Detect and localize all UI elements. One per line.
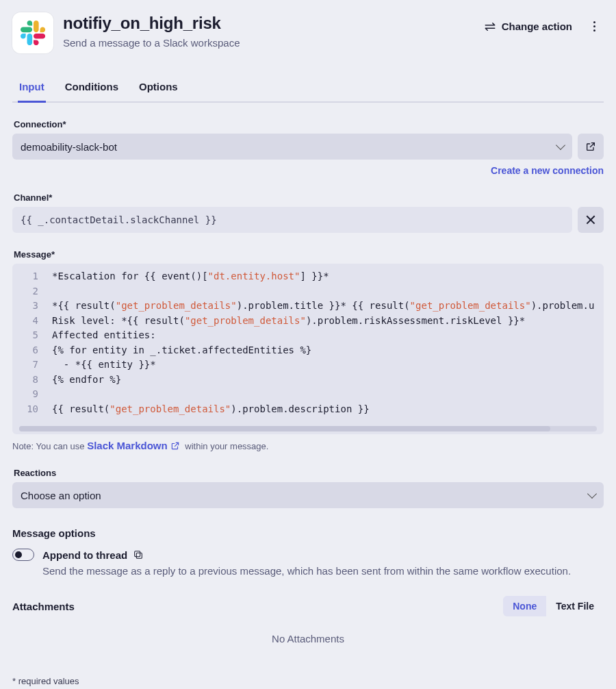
chevron-down-icon — [556, 140, 565, 150]
attachment-textfile-button[interactable]: Text File — [546, 596, 604, 616]
message-options-heading: Message options — [12, 527, 604, 539]
chevron-down-icon — [587, 489, 597, 499]
reactions-select[interactable]: Choose an option — [12, 482, 604, 508]
external-link-icon — [170, 441, 180, 451]
external-link-icon — [585, 141, 596, 152]
connection-select[interactable]: demoability-slack-bot — [12, 134, 572, 160]
message-label: Message* — [14, 249, 604, 260]
clear-channel-button[interactable] — [578, 207, 604, 233]
required-note: * required values — [12, 676, 604, 686]
channel-value: {{ _.contactDetail.slackChannel }} — [21, 214, 217, 225]
reactions-label: Reactions — [14, 468, 604, 478]
attachments-heading: Attachments — [12, 601, 503, 612]
more-menu-button[interactable] — [585, 17, 604, 36]
swap-icon — [484, 22, 496, 32]
editor-gutter: 12345678910 — [12, 264, 45, 422]
create-connection-link[interactable]: Create a new connection — [491, 165, 604, 176]
no-attachments-text: No Attachments — [12, 633, 604, 644]
change-action-label: Change action — [502, 21, 572, 32]
change-action-button[interactable]: Change action — [478, 16, 578, 36]
reactions-value: Choose an option — [21, 490, 101, 501]
append-to-thread-toggle[interactable] — [12, 549, 34, 561]
open-connection-button[interactable] — [578, 134, 604, 160]
channel-label: Channel* — [14, 192, 604, 203]
tab-input[interactable]: Input — [18, 74, 46, 103]
copy-icon[interactable] — [133, 549, 144, 560]
append-label: Append to thread — [42, 549, 127, 561]
tab-options[interactable]: Options — [138, 74, 179, 103]
editor-h-scrollbar[interactable] — [19, 426, 597, 431]
channel-input[interactable]: {{ _.contactDetail.slackChannel }} — [12, 207, 572, 233]
slack-logo-tile — [12, 12, 53, 53]
message-editor[interactable]: 12345678910 *Escalation for {{ event()["… — [12, 264, 604, 434]
slack-markdown-link[interactable]: Slack Markdown — [87, 440, 183, 451]
slack-icon — [21, 21, 45, 45]
editor-body[interactable]: *Escalation for {{ event()["dt.entity.ho… — [45, 264, 604, 422]
svg-rect-1 — [135, 551, 140, 557]
message-note: Note: You can use Slack Markdown within … — [12, 440, 604, 451]
page-subtitle: Send a message to a Slack workspace — [63, 37, 469, 49]
tabs: Input Conditions Options — [12, 74, 604, 103]
attachments-segment: None Text File — [503, 596, 604, 616]
page-title: notifiy_on_high_risk — [63, 14, 469, 33]
attachment-none-button[interactable]: None — [503, 596, 546, 616]
append-description: Send the message as a reply to a previou… — [42, 565, 604, 577]
svg-rect-0 — [137, 553, 142, 558]
tab-conditions[interactable]: Conditions — [64, 74, 120, 103]
connection-value: demoability-slack-bot — [21, 141, 117, 153]
connection-label: Connection* — [14, 119, 604, 129]
